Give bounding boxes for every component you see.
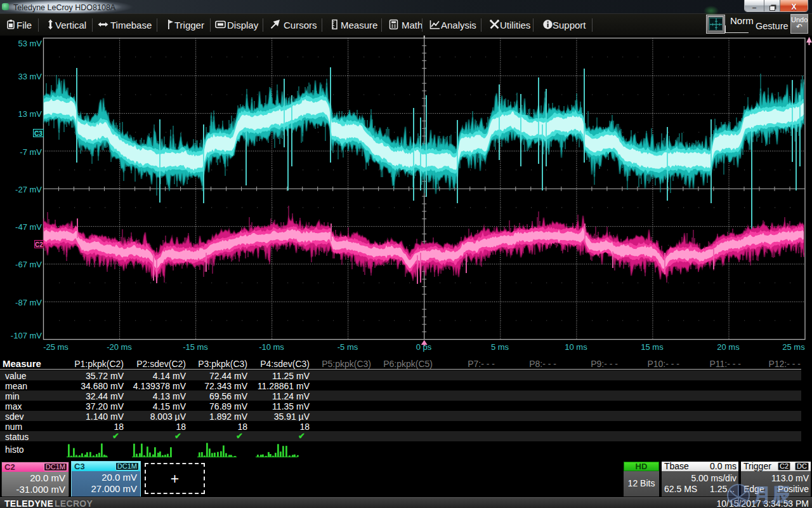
svg-text:月辰: 月辰 (752, 485, 790, 505)
